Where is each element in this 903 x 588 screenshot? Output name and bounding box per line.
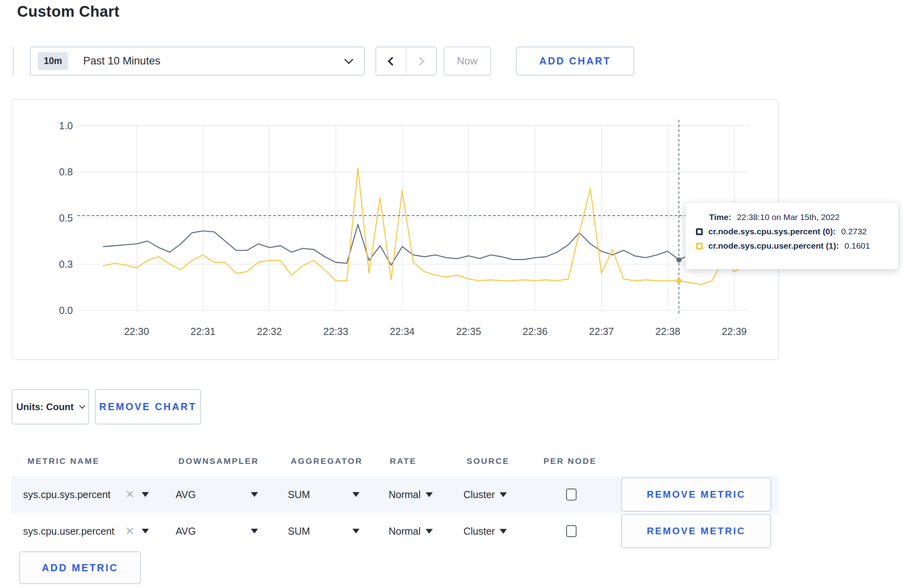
source-dropdown[interactable]: Cluster <box>463 526 507 537</box>
x-tick-label: 22:31 <box>191 326 216 337</box>
col-aggregator: AGGREGATOR <box>291 456 363 466</box>
rate-dropdown[interactable]: Normal <box>389 489 433 500</box>
hover-dot <box>676 257 682 263</box>
sys-series-swatch-icon <box>696 228 703 235</box>
rate-dropdown[interactable]: Normal <box>389 526 433 537</box>
add-metric-button[interactable]: ADD METRIC <box>19 551 141 584</box>
aggregator-dropdown[interactable] <box>352 492 360 497</box>
chevron-down-icon <box>79 403 86 409</box>
next-time-button[interactable] <box>406 47 436 75</box>
x-tick-label: 22:33 <box>323 326 348 337</box>
x-tick-label: 22:38 <box>655 326 680 337</box>
time-range-label: Past 10 Minutes <box>83 55 160 67</box>
downsampler-value[interactable]: AVG <box>176 526 196 537</box>
series-line-0 <box>104 224 745 265</box>
x-tick-label: 22:34 <box>390 326 415 337</box>
downsampler-dropdown[interactable] <box>251 529 258 533</box>
chart-card: 0.00.30.50.81.022:3022:3122:3222:3322:34… <box>12 99 779 360</box>
toolbar-divider <box>13 47 14 76</box>
aggregator-value[interactable]: SUM <box>288 526 310 537</box>
aggregator-dropdown[interactable] <box>352 529 360 533</box>
caret-down-icon <box>426 529 433 533</box>
per-node-checkbox[interactable] <box>566 525 577 537</box>
units-select[interactable]: Units: Count <box>12 389 89 424</box>
x-tick-label: 22:36 <box>523 326 548 337</box>
rate-value: Normal <box>389 526 421 537</box>
caret-down-icon <box>500 529 507 533</box>
remove-metric-button[interactable]: REMOVE METRIC <box>621 514 771 548</box>
y-tick-label: 0.3 <box>59 259 73 270</box>
units-label: Units: Count <box>16 401 74 413</box>
x-tick-label: 22:32 <box>257 326 282 337</box>
caret-down-icon <box>251 492 258 497</box>
caret-down-icon <box>142 529 149 533</box>
tooltip-user-series-value: 0.1601 <box>844 241 870 251</box>
metric-name-dropdown[interactable] <box>142 492 149 497</box>
col-per-node: PER NODE <box>543 456 597 466</box>
y-tick-label: 1.0 <box>59 120 73 131</box>
source-value: Cluster <box>463 526 495 537</box>
remove-metric-button[interactable]: REMOVE METRIC <box>621 477 771 512</box>
x-tick-label: 22:39 <box>722 326 747 337</box>
time-pager <box>375 47 437 76</box>
x-tick-label: 22:30 <box>124 326 149 337</box>
table-row: sys.cpu.user.percent ✕ AVG SUM Normal Cl… <box>12 513 779 549</box>
source-value: Cluster <box>463 489 495 500</box>
caret-down-icon <box>142 492 149 497</box>
line-chart[interactable]: 0.00.30.50.81.022:3022:3122:3222:3322:34… <box>12 100 778 359</box>
custom-chart-page: Custom Chart 10m Past 10 Minutes Now ADD… <box>0 0 903 588</box>
caret-down-icon <box>352 529 360 533</box>
y-tick-label: 0.0 <box>59 305 73 316</box>
per-node-checkbox[interactable] <box>566 489 577 500</box>
source-dropdown[interactable]: Cluster <box>463 489 507 500</box>
col-downsampler: DOWNSAMPLER <box>178 456 259 466</box>
caret-down-icon <box>251 529 258 533</box>
close-icon[interactable]: ✕ <box>125 488 135 501</box>
metric-name-dropdown[interactable] <box>142 529 149 533</box>
table-row: sys.cpu.sys.percent ✕ AVG SUM Normal Clu… <box>12 476 779 513</box>
aggregator-value[interactable]: SUM <box>288 489 310 500</box>
prev-time-button[interactable] <box>376 47 406 75</box>
close-icon[interactable]: ✕ <box>125 525 135 537</box>
col-source: SOURCE <box>467 456 510 466</box>
series-line-1 <box>104 168 745 284</box>
caret-down-icon <box>352 492 360 497</box>
time-range-select[interactable]: 10m Past 10 Minutes <box>30 47 365 76</box>
col-metric-name: METRIC NAME <box>27 456 100 466</box>
chevron-down-icon <box>344 55 354 64</box>
tooltip-user-series-name: cr.node.sys.cpu.user.percent (1): <box>708 241 839 251</box>
caret-down-icon <box>426 492 433 497</box>
page-title: Custom Chart <box>17 3 119 20</box>
rate-value: Normal <box>389 489 421 500</box>
chart-tooltip: Time: 22:38:10 on Mar 15th, 2022 cr.node… <box>685 202 898 269</box>
tooltip-time-value: 22:38:10 on Mar 15th, 2022 <box>737 212 840 222</box>
tooltip-time-label: Time: <box>709 212 731 222</box>
hover-dot <box>676 278 682 283</box>
metric-name: sys.cpu.user.percent <box>23 526 114 537</box>
tooltip-sys-series-name: cr.node.sys.cpu.sys.percent (0): <box>708 227 836 236</box>
y-tick-label: 0.5 <box>59 212 73 224</box>
chevron-right-icon <box>416 56 425 66</box>
tooltip-sys-series-value: 0.2732 <box>841 227 867 236</box>
add-chart-button[interactable]: ADD CHART <box>516 47 634 76</box>
checkbox-icon <box>566 489 577 500</box>
x-tick-label: 22:37 <box>589 326 614 337</box>
caret-down-icon <box>500 492 507 497</box>
downsampler-dropdown[interactable] <box>251 492 258 497</box>
time-range-badge: 10m <box>38 52 68 70</box>
remove-chart-button[interactable]: REMOVE CHART <box>95 389 201 424</box>
y-tick-label: 0.8 <box>59 166 73 177</box>
chevron-left-icon <box>388 56 397 66</box>
now-button[interactable]: Now <box>444 47 491 76</box>
checkbox-icon <box>566 525 577 537</box>
x-tick-label: 22:35 <box>456 326 481 337</box>
metric-name: sys.cpu.sys.percent <box>23 489 111 500</box>
user-series-swatch-icon <box>696 243 703 249</box>
metrics-table-header: METRIC NAME DOWNSAMPLER AGGREGATOR RATE … <box>12 446 779 476</box>
col-rate: RATE <box>390 456 417 466</box>
downsampler-value[interactable]: AVG <box>176 489 196 500</box>
